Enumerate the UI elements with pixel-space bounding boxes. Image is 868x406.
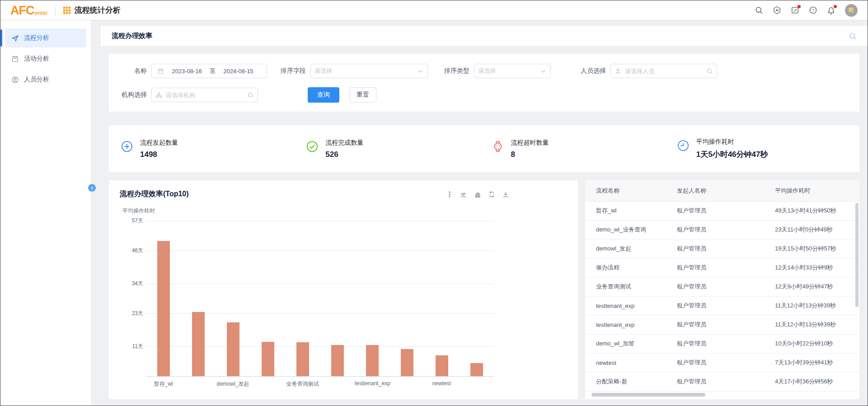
sort-type-label: 排序类型 [441,67,469,75]
sidebar-item-activity-analysis[interactable]: 活动分析 [5,49,86,68]
table-cell: demowl_发起 [585,239,677,258]
chart-bar-newtest[interactable] [436,355,448,376]
person-picker-input[interactable] [625,68,703,75]
vertical-scrollbar-thumb[interactable] [855,203,859,307]
org-tree-icon [155,92,162,99]
table-cell: 租户管理员 [677,372,775,391]
chart-bar-demo_wl_加签[interactable] [401,349,413,376]
y-axis-tick-label: 11天 [120,343,143,350]
search-icon [706,68,713,75]
sort-field-select[interactable]: 请选择 [310,64,428,78]
person-picker[interactable] [610,64,717,78]
y-axis-tick-label: 34天 [120,280,143,288]
bar-chart-icon[interactable] [474,191,481,198]
chart-bar-分配策略-新[interactable] [470,363,483,376]
chart-bar-demo_wl_业务查询[interactable] [192,312,205,376]
svg-text:?: ? [812,8,814,13]
table-row[interactable]: newtest租户管理员7天13小时39分钟41秒 [585,353,859,372]
stat-label: 平均操作耗时 [696,138,768,146]
x-axis-tick-label: newtest [424,380,459,387]
chart-bar-testtenant_exp[interactable] [331,345,344,376]
chart-bar-demowl_发起[interactable] [227,322,239,376]
table-cell: 12天14小时33分钟9秒 [775,258,859,277]
help-icon[interactable]: ? [809,6,817,14]
line-chart-icon[interactable] [460,191,467,198]
stat-value: 1498 [140,150,178,159]
sidebar-collapse-button[interactable] [88,184,96,192]
date-start-value[interactable]: 2023-08-16 [172,68,202,75]
sidebar-item-process-analysis[interactable]: 流程分析 [5,28,86,47]
top-bar: AFC enter 流程统计分析 AI ? [0,0,868,20]
efficiency-chart-card: 流程办理效率(Top10) [109,180,578,399]
page-title-bar: 流程办理效率 [101,26,868,47]
chevron-down-icon [417,68,424,75]
table-cell: 12天9小时49分钟47秒 [775,277,859,296]
query-button[interactable]: 查询 [308,87,339,103]
table-cell: 49天13小时41分钟50秒 [775,201,859,220]
sidebar-item-label: 活动分析 [24,55,49,63]
table-row[interactable]: demo_wl_业务查询租户管理员23天11小时0分钟49秒 [585,220,859,239]
table-cell: 分配策略-新 [585,372,677,391]
horizontal-scrollbar-thumb[interactable] [591,393,705,397]
refresh-icon[interactable] [488,191,495,198]
app-grid-icon [63,6,71,14]
calendar-icon [157,68,164,75]
table-row[interactable]: 暂存_wl租户管理员49天13小时41分钟50秒 [585,201,859,220]
search-icon [247,92,254,99]
table-cell: 租户管理员 [677,258,775,277]
notification-icon[interactable] [827,6,835,14]
notification-badge [834,5,837,8]
search-icon[interactable] [849,32,857,40]
y-axis-tick-label: 23天 [120,310,143,317]
table-cell: 业务查询测试 [585,277,677,296]
org-picker-input[interactable] [166,92,244,99]
table-cell: 租户管理员 [677,315,775,334]
x-axis-tick-label: 暂存_wl [146,380,181,388]
more-icon[interactable] [446,191,453,198]
person-icon [11,76,19,84]
table-header-row: 流程名称 发起人名称 平均操作耗时 [585,180,859,201]
app-window: AFC enter 流程统计分析 AI ? [0,0,868,406]
plus-circle-icon [121,140,133,153]
table-cell: 租户管理员 [677,201,775,220]
person-icon [615,68,621,75]
chart-bar-暂存_wl[interactable] [157,241,170,376]
efficiency-table: 流程名称 发起人名称 平均操作耗时 暂存_wl租户管理员49天13小时41分钟5… [585,180,859,392]
sort-type-select[interactable]: 请选择 [474,64,551,78]
select-placeholder: 请选择 [478,67,496,75]
table-cell: 租户管理员 [677,334,775,353]
memo-icon[interactable] [791,6,799,14]
table-row[interactable]: demowl_发起租户管理员19天15小时50分钟57秒 [585,239,859,258]
date-range-picker[interactable]: 2023-08-16 至 2024-08-15 [151,64,267,78]
org-picker[interactable] [151,88,258,102]
download-icon[interactable] [502,191,509,198]
table-row[interactable]: demo_wl_加签租户管理员10天0小时22分钟10秒 [585,334,859,353]
table-row[interactable]: testtenant_exp租户管理员11天12小时13分钟39秒 [585,315,859,334]
table-row[interactable]: 业务查询测试租户管理员12天9小时49分钟47秒 [585,277,859,296]
chart-bar-催办流程[interactable] [262,342,274,376]
stat-overtime: 流程超时数量 8 [484,139,670,159]
reset-button[interactable]: 重置 [349,87,376,103]
table-row[interactable]: testtenant_exp租户管理员11天12小时13分钟39秒 [585,296,859,315]
column-header-initiator: 发起人名称 [677,180,775,201]
table-row[interactable]: 分配策略-新租户管理员4天17小时36分钟56秒 [585,372,859,391]
chart-bar-业务查询测试[interactable] [296,342,309,376]
table-cell: 暂存_wl [585,201,677,220]
chart-bar-testtenant_exp[interactable] [366,345,379,376]
date-end-value[interactable]: 2024-08-15 [223,68,253,75]
date-separator: 至 [210,67,216,75]
efficiency-table-card: 流程名称 发起人名称 平均操作耗时 暂存_wl租户管理员49天13小时41分钟5… [585,180,859,399]
table-cell: 租户管理员 [677,220,775,239]
sidebar-item-person-analysis[interactable]: 人员分析 [5,70,86,89]
search-icon[interactable] [755,6,763,14]
table-cell: newtest [585,353,677,372]
select-placeholder: 请选择 [314,67,332,75]
app-logo: AFC enter [10,5,48,16]
chart-title: 流程办理效率(Top10) [120,189,189,199]
check-circle-icon [306,140,319,153]
org-filter-label: 机构选择 [120,91,147,99]
ai-assistant-icon[interactable]: AI [773,6,781,14]
avatar[interactable]: 租 [845,4,858,17]
table-row[interactable]: 催办流程租户管理员12天14小时33分钟9秒 [585,258,859,277]
table-cell: 11天12小时13分钟39秒 [775,296,859,315]
